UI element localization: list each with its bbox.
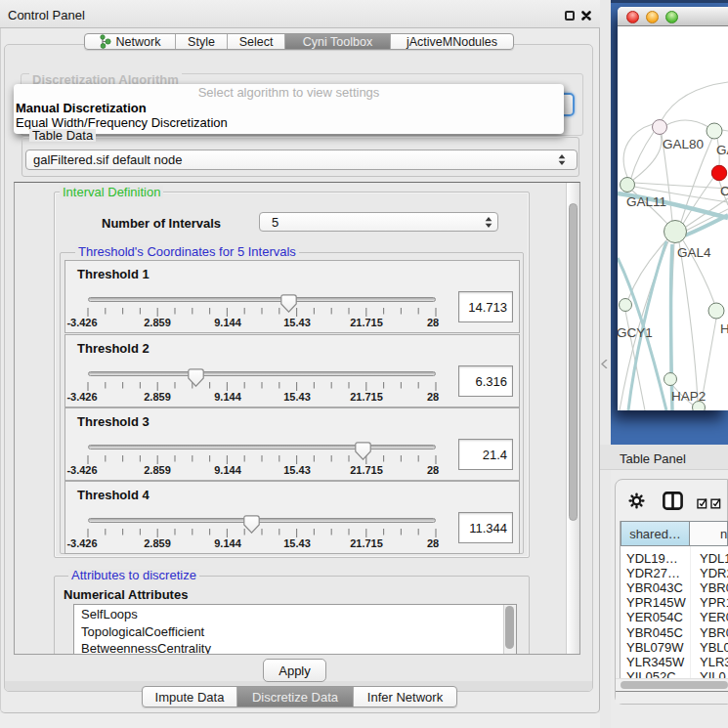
svg-text:HAP2: HAP2 bbox=[671, 389, 706, 404]
svg-text:H: H bbox=[720, 321, 728, 336]
svg-text:GCY1: GCY1 bbox=[618, 325, 653, 340]
svg-text:GA: GA bbox=[716, 143, 728, 157]
svg-text:GAL4: GAL4 bbox=[677, 245, 711, 260]
svg-text:C: C bbox=[720, 184, 728, 198]
svg-text:GAL80: GAL80 bbox=[663, 137, 704, 151]
svg-text:GAL11: GAL11 bbox=[626, 194, 666, 209]
